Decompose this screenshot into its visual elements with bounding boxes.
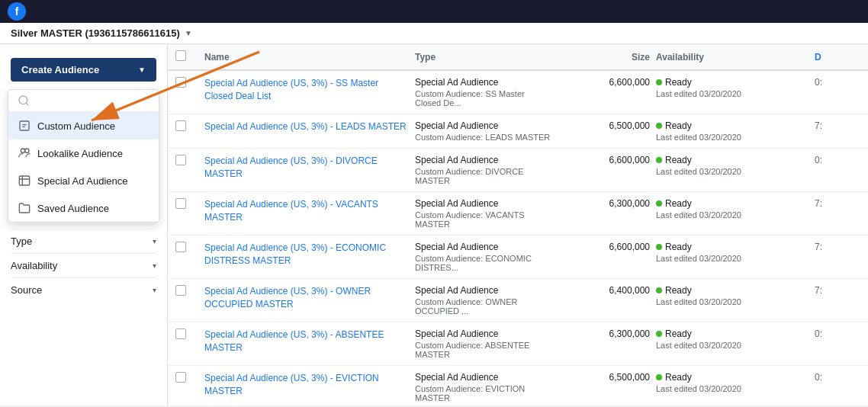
- row-availability-status: Ready: [656, 155, 809, 165]
- row-size: 6,300,000: [558, 198, 650, 209]
- select-all-checkbox[interactable]: [175, 50, 186, 61]
- filter-source-label: Source: [11, 284, 42, 296]
- table-row: Special Ad Audience (US, 3%) - EVICTION …: [168, 366, 868, 405]
- row-checkbox-cell: [175, 120, 198, 133]
- row-type-sub: Custom Audience: EVICTION MASTER: [415, 384, 552, 402]
- row-d-col: 7:: [815, 242, 860, 252]
- account-chevron-icon[interactable]: ▼: [185, 29, 192, 37]
- row-type-main: Special Ad Audience: [415, 77, 552, 88]
- row-availability-cell: Ready Last edited 03/20/2020: [656, 120, 809, 142]
- header-size: Size: [558, 52, 650, 62]
- row-availability-status: Ready: [656, 372, 809, 383]
- row-avail-status-text: Ready: [665, 120, 692, 131]
- row-size: 6,600,000: [558, 155, 650, 165]
- table-row: Special Ad Audience (US, 3%) - OWNER OCC…: [168, 279, 868, 322]
- row-checkbox[interactable]: [175, 155, 186, 165]
- svg-rect-4: [20, 121, 29, 130]
- filter-type-chevron-icon: ▾: [153, 237, 156, 245]
- row-size: 6,600,000: [558, 77, 650, 88]
- header-type: Type: [415, 52, 552, 62]
- lookalike-icon: [18, 146, 31, 160]
- filter-type[interactable]: Type ▾: [11, 229, 156, 253]
- row-checkbox[interactable]: [175, 198, 186, 209]
- filter-source[interactable]: Source ▾: [11, 277, 156, 302]
- row-type-sub: Custom Audience: OWNER OCCUPIED ...: [415, 297, 552, 316]
- row-size: 6,500,000: [558, 120, 650, 131]
- row-name[interactable]: Special Ad Audience (US, 3%) - SS Master…: [204, 77, 409, 103]
- dropdown-item-lookalike-audience[interactable]: Lookalike Audience: [8, 139, 159, 167]
- row-type-sub: Custom Audience: SS Master Closed De...: [415, 89, 552, 107]
- row-checkbox-cell: [175, 285, 198, 298]
- row-name[interactable]: Special Ad Audience (US, 3%) - DIVORCE M…: [204, 155, 409, 181]
- create-audience-button[interactable]: Create Audience ▼: [11, 58, 156, 82]
- row-size: 6,300,000: [558, 328, 650, 339]
- row-avail-status-text: Ready: [665, 242, 692, 252]
- account-bar: Silver MASTER (1936115786611615) ▼: [0, 23, 868, 44]
- row-type-sub: Custom Audience: DIVORCE MASTER: [415, 167, 552, 185]
- dropdown-item-special-ad-audience[interactable]: Special Ad Audience: [8, 167, 159, 194]
- row-size: 6,400,000: [558, 285, 650, 296]
- row-size: 6,600,000: [558, 242, 650, 252]
- filter-type-label: Type: [11, 236, 32, 247]
- header-d: D: [815, 52, 860, 62]
- row-checkbox-cell: [175, 328, 198, 341]
- dropdown-search: [8, 90, 159, 112]
- row-checkbox[interactable]: [175, 285, 186, 296]
- row-availability-cell: Ready Last edited 03/20/2020: [656, 155, 809, 176]
- row-name[interactable]: Special Ad Audience (US, 3%) - OWNER OCC…: [204, 285, 409, 311]
- row-name[interactable]: Special Ad Audience (US, 3%) - EVICTION …: [204, 372, 409, 398]
- row-d-col: 7:: [815, 120, 860, 131]
- dropdown-item-saved-audience[interactable]: Saved Audience: [8, 194, 159, 222]
- dropdown-label-lookalike: Lookalike Audience: [37, 148, 123, 159]
- row-avail-status-text: Ready: [665, 198, 692, 209]
- row-type-sub: Custom Audience: VACANTS MASTER: [415, 210, 552, 229]
- row-d-col: 7:: [815, 198, 860, 209]
- filter-source-chevron-icon: ▾: [153, 286, 156, 294]
- row-avail-edited: Last edited 03/20/2020: [656, 254, 809, 263]
- row-name-cell: Special Ad Audience (US, 3%) - DIVORCE M…: [204, 155, 409, 181]
- table-row: Special Ad Audience (US, 3%) - ABSENTEE …: [168, 322, 868, 366]
- row-availability-cell: Ready Last edited 03/20/2020: [656, 242, 809, 263]
- table-row: Special Ad Audience (US, 3%) - ECONOMIC …: [168, 236, 868, 279]
- row-checkbox[interactable]: [175, 372, 186, 383]
- row-checkbox[interactable]: [175, 242, 186, 252]
- create-audience-chevron-icon: ▼: [138, 66, 146, 74]
- row-checkbox[interactable]: [175, 77, 186, 88]
- row-name[interactable]: Special Ad Audience (US, 3%) - ABSENTEE …: [204, 328, 409, 354]
- header-checkbox: [175, 50, 198, 63]
- table-row: Special Ad Audience (US, 3%) - DIVORCE M…: [168, 149, 868, 192]
- row-avail-status-text: Ready: [665, 372, 692, 383]
- row-name[interactable]: Special Ad Audience (US, 3%) - VACANTS M…: [204, 198, 409, 224]
- row-name[interactable]: Special Ad Audience (US, 3%) - LEADS MAS…: [204, 120, 409, 133]
- row-availability-cell: Ready Last edited 03/20/2020: [656, 198, 809, 220]
- row-type-main: Special Ad Audience: [415, 328, 552, 339]
- search-icon: [18, 95, 30, 107]
- row-avail-status-text: Ready: [665, 155, 692, 165]
- row-availability-status: Ready: [656, 285, 809, 296]
- row-name[interactable]: Special Ad Audience (US, 3%) - ECONOMIC …: [204, 242, 409, 268]
- row-name-cell: Special Ad Audience (US, 3%) - SS Master…: [204, 77, 409, 103]
- header-name: Name: [204, 52, 409, 62]
- row-avail-edited: Last edited 03/20/2020: [656, 89, 809, 98]
- svg-point-5: [21, 149, 24, 152]
- row-d-col: 0:: [815, 155, 860, 165]
- custom-audience-icon: [18, 119, 31, 133]
- row-availability-status: Ready: [656, 328, 809, 339]
- row-checkbox-cell: [175, 372, 198, 385]
- availability-dot-icon: [656, 157, 662, 163]
- row-type-cell: Special Ad Audience Custom Audience: LEA…: [415, 120, 552, 142]
- row-d-col: 0:: [815, 77, 860, 88]
- svg-line-3: [26, 103, 28, 105]
- row-avail-status-text: Ready: [665, 77, 692, 88]
- row-type-cell: Special Ad Audience Custom Audience: ECO…: [415, 242, 552, 272]
- row-availability-status: Ready: [656, 198, 809, 209]
- create-audience-dropdown: Custom Audience Lookalike Audience Speci…: [8, 89, 159, 223]
- row-checkbox[interactable]: [175, 328, 186, 339]
- filter-availability[interactable]: Availability ▾: [11, 253, 156, 277]
- row-checkbox[interactable]: [175, 120, 186, 131]
- row-d-col: 0:: [815, 328, 860, 339]
- row-avail-edited: Last edited 03/20/2020: [656, 210, 809, 220]
- filter-availability-chevron-icon: ▾: [153, 261, 156, 270]
- row-name-cell: Special Ad Audience (US, 3%) - EVICTION …: [204, 372, 409, 398]
- dropdown-item-custom-audience[interactable]: Custom Audience: [8, 112, 159, 139]
